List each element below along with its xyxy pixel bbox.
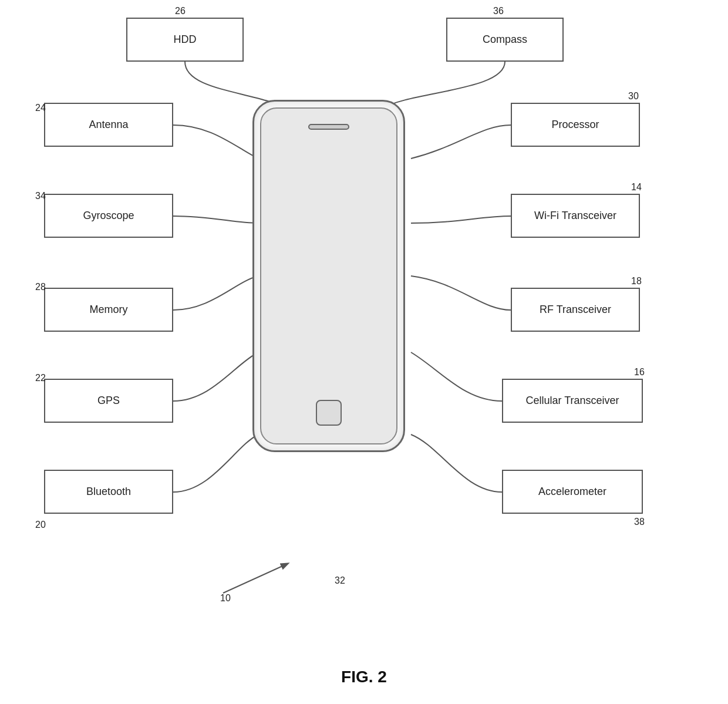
wifi-label: Wi-Fi Transceiver bbox=[534, 210, 616, 222]
compass-ref: 36 bbox=[493, 6, 504, 16]
processor-box: Processor bbox=[511, 103, 640, 147]
phone-device bbox=[252, 100, 405, 452]
memory-label: Memory bbox=[89, 304, 127, 316]
hdd-label: HDD bbox=[174, 33, 197, 46]
phone-screen bbox=[260, 107, 397, 444]
cellular-ref: 16 bbox=[634, 367, 645, 378]
accelerometer-box: Accelerometer bbox=[502, 470, 643, 514]
rf-box: RF Transceiver bbox=[511, 288, 640, 332]
antenna-box: Antenna bbox=[44, 103, 173, 147]
wifi-ref: 14 bbox=[631, 182, 642, 193]
bluetooth-box: Bluetooth bbox=[44, 470, 173, 514]
cellular-box: Cellular Transceiver bbox=[502, 379, 643, 423]
memory-box: Memory bbox=[44, 288, 173, 332]
gyroscope-label: Gyroscope bbox=[83, 210, 134, 222]
bluetooth-ref: 20 bbox=[35, 520, 46, 530]
hdd-box: HDD bbox=[126, 18, 244, 62]
diagram-container: HDD 26 Compass 36 Antenna 24 Processor 3… bbox=[0, 0, 728, 704]
bluetooth-label: Bluetooth bbox=[86, 486, 131, 498]
memory-ref: 28 bbox=[35, 282, 46, 292]
processor-label: Processor bbox=[551, 119, 599, 131]
button-ref: 32 bbox=[335, 575, 345, 586]
gyroscope-ref: 34 bbox=[35, 191, 46, 201]
wifi-box: Wi-Fi Transceiver bbox=[511, 194, 640, 238]
device-ref: 10 bbox=[220, 593, 231, 604]
processor-ref: 30 bbox=[628, 91, 639, 102]
compass-box: Compass bbox=[446, 18, 564, 62]
rf-ref: 18 bbox=[631, 276, 642, 287]
figure-caption: FIG. 2 bbox=[341, 668, 387, 686]
phone-home-button bbox=[316, 400, 342, 426]
phone-speaker bbox=[308, 124, 349, 130]
svg-line-0 bbox=[223, 564, 288, 593]
accelerometer-label: Accelerometer bbox=[538, 486, 606, 498]
gps-label: GPS bbox=[97, 395, 120, 407]
compass-label: Compass bbox=[483, 33, 527, 46]
antenna-ref: 24 bbox=[35, 103, 46, 113]
rf-label: RF Transceiver bbox=[540, 304, 611, 316]
accelerometer-ref: 38 bbox=[634, 517, 645, 527]
gps-box: GPS bbox=[44, 379, 173, 423]
hdd-ref: 26 bbox=[175, 6, 186, 16]
gps-ref: 22 bbox=[35, 373, 46, 383]
antenna-label: Antenna bbox=[89, 119, 128, 131]
cellular-label: Cellular Transceiver bbox=[525, 395, 619, 407]
gyroscope-box: Gyroscope bbox=[44, 194, 173, 238]
